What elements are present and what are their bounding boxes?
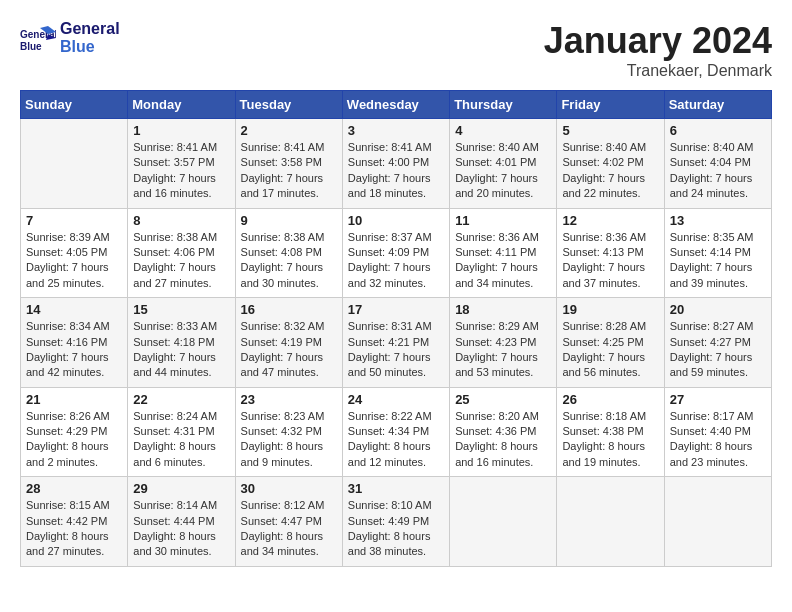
calendar-cell: 27Sunrise: 8:17 AM Sunset: 4:40 PM Dayli… — [664, 387, 771, 477]
calendar-week-5: 28Sunrise: 8:15 AM Sunset: 4:42 PM Dayli… — [21, 477, 772, 567]
cell-content: Sunrise: 8:41 AM Sunset: 3:57 PM Dayligh… — [133, 140, 229, 202]
day-header-friday: Friday — [557, 91, 664, 119]
calendar-cell: 6Sunrise: 8:40 AM Sunset: 4:04 PM Daylig… — [664, 119, 771, 209]
calendar-cell — [21, 119, 128, 209]
day-number: 3 — [348, 123, 444, 138]
cell-content: Sunrise: 8:15 AM Sunset: 4:42 PM Dayligh… — [26, 498, 122, 560]
logo: General Blue GeneralBlue — [20, 20, 120, 56]
day-number: 23 — [241, 392, 337, 407]
day-number: 18 — [455, 302, 551, 317]
cell-content: Sunrise: 8:26 AM Sunset: 4:29 PM Dayligh… — [26, 409, 122, 471]
cell-content: Sunrise: 8:18 AM Sunset: 4:38 PM Dayligh… — [562, 409, 658, 471]
logo-icon: General Blue — [20, 24, 56, 52]
calendar-cell: 2Sunrise: 8:41 AM Sunset: 3:58 PM Daylig… — [235, 119, 342, 209]
title-block: January 2024 Tranekaer, Denmark — [544, 20, 772, 80]
day-number: 4 — [455, 123, 551, 138]
calendar-cell: 24Sunrise: 8:22 AM Sunset: 4:34 PM Dayli… — [342, 387, 449, 477]
calendar-cell: 5Sunrise: 8:40 AM Sunset: 4:02 PM Daylig… — [557, 119, 664, 209]
calendar-cell: 22Sunrise: 8:24 AM Sunset: 4:31 PM Dayli… — [128, 387, 235, 477]
calendar-cell — [557, 477, 664, 567]
cell-content: Sunrise: 8:33 AM Sunset: 4:18 PM Dayligh… — [133, 319, 229, 381]
calendar-cell: 26Sunrise: 8:18 AM Sunset: 4:38 PM Dayli… — [557, 387, 664, 477]
day-number: 12 — [562, 213, 658, 228]
day-number: 19 — [562, 302, 658, 317]
day-number: 28 — [26, 481, 122, 496]
cell-content: Sunrise: 8:29 AM Sunset: 4:23 PM Dayligh… — [455, 319, 551, 381]
day-header-sunday: Sunday — [21, 91, 128, 119]
cell-content: Sunrise: 8:39 AM Sunset: 4:05 PM Dayligh… — [26, 230, 122, 292]
day-number: 26 — [562, 392, 658, 407]
day-number: 8 — [133, 213, 229, 228]
calendar-week-3: 14Sunrise: 8:34 AM Sunset: 4:16 PM Dayli… — [21, 298, 772, 388]
day-number: 7 — [26, 213, 122, 228]
day-number: 31 — [348, 481, 444, 496]
cell-content: Sunrise: 8:28 AM Sunset: 4:25 PM Dayligh… — [562, 319, 658, 381]
day-number: 14 — [26, 302, 122, 317]
cell-content: Sunrise: 8:17 AM Sunset: 4:40 PM Dayligh… — [670, 409, 766, 471]
calendar-cell: 18Sunrise: 8:29 AM Sunset: 4:23 PM Dayli… — [450, 298, 557, 388]
day-header-wednesday: Wednesday — [342, 91, 449, 119]
day-number: 6 — [670, 123, 766, 138]
calendar-cell: 29Sunrise: 8:14 AM Sunset: 4:44 PM Dayli… — [128, 477, 235, 567]
cell-content: Sunrise: 8:38 AM Sunset: 4:06 PM Dayligh… — [133, 230, 229, 292]
calendar-cell: 19Sunrise: 8:28 AM Sunset: 4:25 PM Dayli… — [557, 298, 664, 388]
day-number: 25 — [455, 392, 551, 407]
calendar-cell: 13Sunrise: 8:35 AM Sunset: 4:14 PM Dayli… — [664, 208, 771, 298]
cell-content: Sunrise: 8:40 AM Sunset: 4:01 PM Dayligh… — [455, 140, 551, 202]
day-header-thursday: Thursday — [450, 91, 557, 119]
calendar-cell: 21Sunrise: 8:26 AM Sunset: 4:29 PM Dayli… — [21, 387, 128, 477]
day-number: 30 — [241, 481, 337, 496]
calendar-cell: 1Sunrise: 8:41 AM Sunset: 3:57 PM Daylig… — [128, 119, 235, 209]
svg-text:Blue: Blue — [20, 41, 42, 52]
day-number: 16 — [241, 302, 337, 317]
cell-content: Sunrise: 8:14 AM Sunset: 4:44 PM Dayligh… — [133, 498, 229, 560]
calendar-cell: 30Sunrise: 8:12 AM Sunset: 4:47 PM Dayli… — [235, 477, 342, 567]
calendar-cell: 10Sunrise: 8:37 AM Sunset: 4:09 PM Dayli… — [342, 208, 449, 298]
calendar-cell: 17Sunrise: 8:31 AM Sunset: 4:21 PM Dayli… — [342, 298, 449, 388]
cell-content: Sunrise: 8:31 AM Sunset: 4:21 PM Dayligh… — [348, 319, 444, 381]
day-number: 11 — [455, 213, 551, 228]
calendar-cell — [664, 477, 771, 567]
month-title: January 2024 — [544, 20, 772, 62]
cell-content: Sunrise: 8:40 AM Sunset: 4:04 PM Dayligh… — [670, 140, 766, 202]
day-number: 21 — [26, 392, 122, 407]
day-header-tuesday: Tuesday — [235, 91, 342, 119]
cell-content: Sunrise: 8:32 AM Sunset: 4:19 PM Dayligh… — [241, 319, 337, 381]
day-header-monday: Monday — [128, 91, 235, 119]
page-header: General Blue GeneralBlue January 2024 Tr… — [20, 20, 772, 80]
day-number: 9 — [241, 213, 337, 228]
cell-content: Sunrise: 8:37 AM Sunset: 4:09 PM Dayligh… — [348, 230, 444, 292]
day-header-saturday: Saturday — [664, 91, 771, 119]
calendar-cell: 23Sunrise: 8:23 AM Sunset: 4:32 PM Dayli… — [235, 387, 342, 477]
cell-content: Sunrise: 8:22 AM Sunset: 4:34 PM Dayligh… — [348, 409, 444, 471]
cell-content: Sunrise: 8:20 AM Sunset: 4:36 PM Dayligh… — [455, 409, 551, 471]
calendar-cell: 9Sunrise: 8:38 AM Sunset: 4:08 PM Daylig… — [235, 208, 342, 298]
calendar-cell: 15Sunrise: 8:33 AM Sunset: 4:18 PM Dayli… — [128, 298, 235, 388]
day-number: 5 — [562, 123, 658, 138]
cell-content: Sunrise: 8:41 AM Sunset: 3:58 PM Dayligh… — [241, 140, 337, 202]
calendar-week-1: 1Sunrise: 8:41 AM Sunset: 3:57 PM Daylig… — [21, 119, 772, 209]
day-number: 2 — [241, 123, 337, 138]
location-title: Tranekaer, Denmark — [544, 62, 772, 80]
day-number: 17 — [348, 302, 444, 317]
calendar-cell: 3Sunrise: 8:41 AM Sunset: 4:00 PM Daylig… — [342, 119, 449, 209]
cell-content: Sunrise: 8:12 AM Sunset: 4:47 PM Dayligh… — [241, 498, 337, 560]
cell-content: Sunrise: 8:35 AM Sunset: 4:14 PM Dayligh… — [670, 230, 766, 292]
calendar-cell: 31Sunrise: 8:10 AM Sunset: 4:49 PM Dayli… — [342, 477, 449, 567]
calendar-cell: 8Sunrise: 8:38 AM Sunset: 4:06 PM Daylig… — [128, 208, 235, 298]
calendar-cell: 11Sunrise: 8:36 AM Sunset: 4:11 PM Dayli… — [450, 208, 557, 298]
calendar-week-4: 21Sunrise: 8:26 AM Sunset: 4:29 PM Dayli… — [21, 387, 772, 477]
day-number: 13 — [670, 213, 766, 228]
calendar-body: 1Sunrise: 8:41 AM Sunset: 3:57 PM Daylig… — [21, 119, 772, 567]
calendar-cell: 16Sunrise: 8:32 AM Sunset: 4:19 PM Dayli… — [235, 298, 342, 388]
day-number: 10 — [348, 213, 444, 228]
calendar-cell: 28Sunrise: 8:15 AM Sunset: 4:42 PM Dayli… — [21, 477, 128, 567]
cell-content: Sunrise: 8:41 AM Sunset: 4:00 PM Dayligh… — [348, 140, 444, 202]
calendar-cell: 7Sunrise: 8:39 AM Sunset: 4:05 PM Daylig… — [21, 208, 128, 298]
day-number: 29 — [133, 481, 229, 496]
calendar-week-2: 7Sunrise: 8:39 AM Sunset: 4:05 PM Daylig… — [21, 208, 772, 298]
cell-content: Sunrise: 8:36 AM Sunset: 4:11 PM Dayligh… — [455, 230, 551, 292]
logo-text: GeneralBlue — [60, 20, 120, 56]
cell-content: Sunrise: 8:23 AM Sunset: 4:32 PM Dayligh… — [241, 409, 337, 471]
cell-content: Sunrise: 8:38 AM Sunset: 4:08 PM Dayligh… — [241, 230, 337, 292]
